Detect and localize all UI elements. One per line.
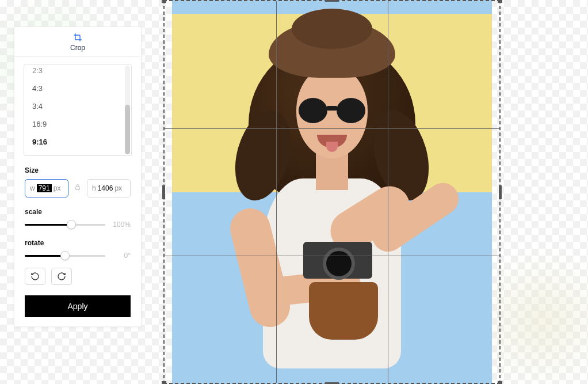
height-value: 1406	[98, 184, 113, 192]
height-unit: px	[114, 184, 122, 192]
scale-value: 100%	[111, 220, 131, 229]
rotate-ccw-icon	[30, 272, 40, 281]
ratio-option[interactable]: 4:3	[24, 79, 131, 97]
canvas-area[interactable]	[163, 0, 501, 384]
height-input[interactable]: h 1406 px	[87, 179, 131, 197]
rotate-cw-icon	[57, 272, 66, 281]
crop-handle-ne[interactable]	[498, 0, 502, 3]
ratio-option[interactable]: 16:9	[24, 115, 131, 133]
apply-button[interactable]: Apply	[25, 295, 131, 317]
rotate-label: rotate	[25, 239, 131, 247]
crop-handle-e[interactable]	[499, 185, 502, 199]
crop-handle-se[interactable]	[498, 381, 502, 384]
width-unit: px	[54, 184, 61, 192]
panel-header: Crop	[14, 27, 141, 57]
height-prefix: h	[92, 184, 96, 192]
panel-title: Crop	[70, 44, 85, 52]
rotate-slider-knob[interactable]	[60, 251, 70, 260]
grid-line	[388, 1, 388, 383]
width-prefix: w	[30, 184, 35, 192]
grid-line	[165, 256, 499, 256]
lock-aspect-icon[interactable]	[74, 183, 81, 193]
grid-line	[276, 1, 277, 383]
ratio-option[interactable]: 3:4	[24, 97, 131, 115]
rotate-slider[interactable]: 0°	[25, 252, 131, 260]
crop-icon	[73, 33, 82, 42]
crop-panel: Crop 2:3 4:3 3:4 16:9 9:16 Size w 791 px…	[14, 26, 142, 327]
ratio-option[interactable]: 2:3	[24, 64, 131, 79]
crop-handle-n[interactable]	[325, 0, 339, 2]
crop-handle-sw[interactable]	[162, 381, 166, 384]
crop-handle-nw[interactable]	[162, 0, 166, 3]
rotate-ccw-button[interactable]	[25, 268, 45, 285]
width-value: 791	[37, 184, 52, 192]
scale-slider-knob[interactable]	[67, 220, 76, 229]
crop-frame[interactable]	[163, 0, 501, 384]
svg-rect-0	[76, 187, 80, 190]
grid-line	[165, 128, 499, 129]
rotate-value: 0°	[111, 252, 131, 260]
ratio-option-selected[interactable]: 9:16	[24, 133, 131, 151]
scale-slider[interactable]: 100%	[25, 220, 131, 229]
aspect-ratio-list[interactable]: 2:3 4:3 3:4 16:9 9:16	[24, 64, 132, 156]
rotate-cw-button[interactable]	[51, 268, 72, 285]
scrollbar-thumb[interactable]	[125, 105, 130, 154]
size-label: Size	[25, 166, 131, 174]
width-input[interactable]: w 791 px	[25, 179, 68, 197]
crop-handle-w[interactable]	[162, 185, 165, 199]
scale-label: scale	[25, 208, 131, 216]
